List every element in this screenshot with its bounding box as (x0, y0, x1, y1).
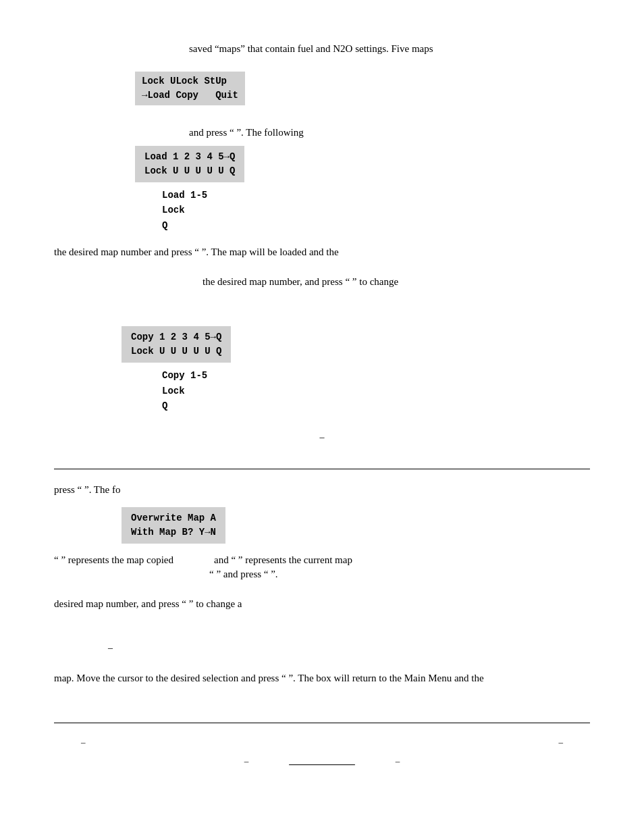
bottom-underline: _______________ (289, 756, 355, 766)
intro-text: saved “maps” that contain fuel and N2O s… (189, 41, 590, 57)
represents-block: “ ” represents the map copied and “ ” re… (54, 554, 590, 582)
copy-indent-3: Q (162, 398, 590, 413)
load-box: Load 1 2 3 4 5→Q Lock U U U U U Q (135, 146, 244, 182)
menu-box-1: Lock ULock StUp →Load Copy Quit (135, 72, 245, 105)
represents-text-2: and “ ” represents the current map (214, 554, 352, 566)
bottom-dash-3: – (244, 756, 249, 766)
copy-box: Copy 1 2 3 4 5→Q Lock U U U U U Q (122, 326, 231, 363)
load-indent-3: Q (162, 218, 590, 233)
dash-line-2: – (108, 643, 590, 654)
load-indent-1: Load 1-5 (162, 188, 590, 203)
desired-map-text: desired map number, and press “ ” to cha… (54, 596, 590, 612)
horizontal-rule-2 (54, 723, 590, 723)
overwrite-box: Overwrite Map A With Map B? Y→N (122, 507, 225, 544)
para-load: the desired map number and press “ ”. Th… (54, 244, 590, 260)
bottom-dash-4: – (396, 756, 400, 766)
map-move-text: map. Move the cursor to the desired sele… (54, 670, 590, 686)
copy-indent-1: Copy 1-5 (162, 368, 590, 383)
dash-line-1: – (54, 432, 590, 443)
horizontal-rule-1 (54, 469, 590, 469)
copy-indent-2: Lock (162, 384, 590, 398)
bottom-section: – – – _______________ – (54, 737, 590, 766)
and-press-line: and press “ ”. The following (189, 124, 590, 140)
press-fo-text: press “ ”. The fo (54, 481, 590, 498)
represents-text-1: “ ” represents the map copied (54, 554, 173, 566)
represents-text-3: “ ” and press “ ”. (209, 566, 590, 582)
bottom-dash-1: – (81, 737, 86, 748)
load-indent-2: Lock (162, 203, 590, 217)
page-content: saved “maps” that contain fuel and N2O s… (0, 0, 644, 834)
bottom-dash-2: – (559, 737, 564, 748)
para-lock: the desired map number, and press “ ” to… (203, 273, 590, 290)
